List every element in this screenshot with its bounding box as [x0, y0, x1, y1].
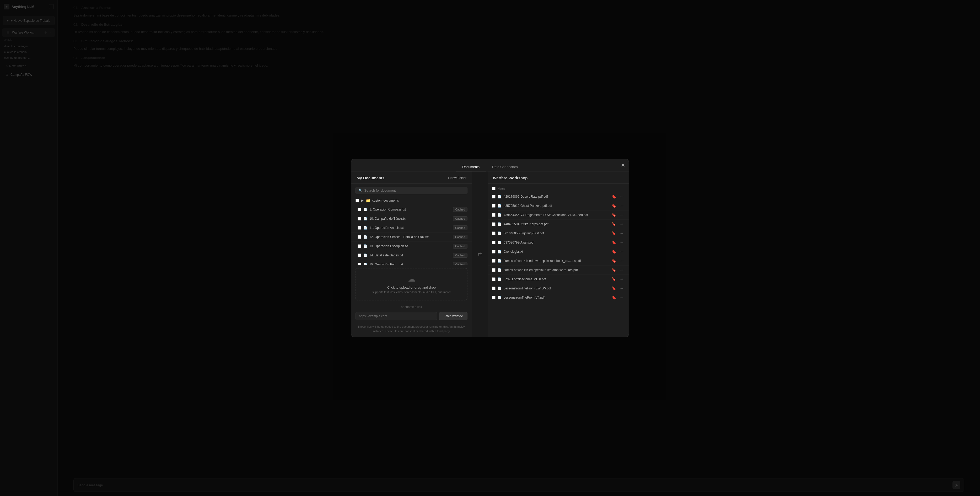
transfer-icon: ⇄ — [477, 251, 482, 258]
workshop-doc-name-11: LessonsfromTheFront-V4.pdf — [504, 296, 608, 299]
workshop-doc-name-10: LessonsfromTheFront-EW-LW.pdf — [504, 286, 608, 290]
folder-row[interactable]: ▶ 📁 custom-documents — [351, 196, 472, 205]
cached-badge-4: Cached — [453, 244, 468, 248]
modal-overlay: Documents Data Connectors My Documents +… — [0, 0, 980, 496]
workshop-doc-name-1: 435795010-Ghost-Panzers-pdf.pdf — [504, 204, 608, 208]
search-bar: 🔍 — [355, 187, 468, 194]
workshop-doc-name-5: 637086793-Avanti.pdf — [504, 241, 608, 244]
tab-documents[interactable]: Documents — [456, 163, 486, 172]
upload-subtitle: supports text files, csv's, spreadsheets… — [362, 291, 461, 294]
doc-checkbox-6[interactable] — [358, 263, 361, 265]
workshop-checkbox-11[interactable] — [492, 296, 495, 299]
new-folder-button[interactable]: + New Folder — [447, 176, 466, 180]
workshop-checkbox-4[interactable] — [492, 232, 495, 235]
workshop-checkbox-8[interactable] — [492, 268, 495, 272]
doc-remove-6[interactable]: ↩ — [619, 249, 625, 254]
workshop-doc-row[interactable]: 📄 flames-of-war-4th-ed-ew-amp-lw-rule-bo… — [488, 256, 629, 265]
tab-data-connectors[interactable]: Data Connectors — [486, 163, 524, 172]
doc-name-0: 1. Operacion Compass.txt — [369, 208, 451, 211]
doc-checkbox-5[interactable] — [358, 253, 361, 257]
doc-bookmark-3[interactable]: 🔖 — [611, 222, 617, 226]
doc-bookmark-11[interactable]: 🔖 — [611, 295, 617, 300]
workshop-file-icon-9: 📄 — [498, 277, 501, 281]
workshop-doc-row[interactable]: 📄 435795010-Ghost-Panzers-pdf.pdf 🔖 ↩ — [488, 201, 629, 210]
doc-remove-4[interactable]: ↩ — [619, 231, 625, 236]
doc-bookmark-5[interactable]: 🔖 — [611, 240, 617, 245]
cached-badge-5: Cached — [453, 253, 468, 258]
workshop-doc-name-8: flames-of-war-4th-ed-special-rules-amp-w… — [504, 268, 608, 272]
left-panel-header: My Documents + New Folder — [351, 172, 472, 183]
doc-remove-10[interactable]: ↩ — [619, 286, 625, 291]
workshop-doc-row[interactable]: 📄 501646050-Fighting-First.pdf 🔖 ↩ — [488, 229, 629, 238]
doc-remove-8[interactable]: ↩ — [619, 268, 625, 272]
workshop-checkbox-5[interactable] — [492, 241, 495, 244]
doc-checkbox-1[interactable] — [358, 217, 361, 221]
workshop-doc-row[interactable]: 📄 FoW_Fortificaciones_v1_0.pdf 🔖 ↩ — [488, 275, 629, 284]
doc-checkbox-4[interactable] — [358, 244, 361, 248]
transfer-area: ⇄ — [472, 172, 488, 337]
workshop-doc-row[interactable]: 📄 Cronologia.txt 🔖 ↩ — [488, 247, 629, 256]
doc-row: 📄 11. Operación Anubis.txt Cached — [351, 223, 472, 232]
doc-bookmark-10[interactable]: 🔖 — [611, 286, 617, 291]
workshop-checkbox-0[interactable] — [492, 195, 495, 199]
doc-bookmark-7[interactable]: 🔖 — [611, 259, 617, 263]
doc-remove-1[interactable]: ↩ — [619, 203, 625, 208]
doc-remove-0[interactable]: ↩ — [619, 194, 625, 199]
workshop-checkbox-6[interactable] — [492, 250, 495, 253]
doc-bookmark-2[interactable]: 🔖 — [611, 213, 617, 217]
workshop-doc-name-2: 439664456-V4-Reglamento-FOW-Castellano-V… — [504, 213, 608, 217]
cached-badge-3: Cached — [453, 235, 468, 239]
file-icon-1: 📄 — [363, 217, 367, 221]
workshop-checkbox-10[interactable] — [492, 286, 495, 290]
doc-checkbox-3[interactable] — [358, 235, 361, 239]
left-panel: My Documents + New Folder 🔍 ▶ — [351, 172, 472, 337]
workshop-doc-row[interactable]: 📄 439664456-V4-Reglamento-FOW-Castellano… — [488, 210, 629, 220]
workshop-doc-row[interactable]: 📄 420179862-Desert-Rats-pdf.pdf 🔖 ↩ — [488, 192, 629, 201]
doc-bookmark-1[interactable]: 🔖 — [611, 203, 617, 208]
workshop-doc-row[interactable]: 📄 637086793-Avanti.pdf 🔖 ↩ — [488, 238, 629, 247]
doc-remove-9[interactable]: ↩ — [619, 277, 625, 281]
file-icon-6: 📄 — [363, 263, 367, 265]
doc-row: 📄 12. Operación Sirocco - Batalla de Sfa… — [351, 232, 472, 242]
folder-checkbox[interactable] — [355, 199, 359, 202]
doc-bookmark-4[interactable]: 🔖 — [611, 231, 617, 236]
workshop-all-checkbox[interactable] — [492, 187, 495, 190]
doc-name-4: 13. Operación Escorpión.txt — [369, 244, 451, 248]
folder-name: custom-documents — [372, 199, 468, 202]
upload-zone[interactable]: ☁ Click to upload or drag and drop suppo… — [355, 268, 468, 300]
fetch-website-button[interactable]: Fetch website — [439, 312, 468, 320]
workshop-file-icon-6: 📄 — [498, 250, 501, 253]
workshop-checkbox-1[interactable] — [492, 204, 495, 208]
workshop-doc-row[interactable]: 📄 flames-of-war-4th-ed-special-rules-amp… — [488, 265, 629, 275]
workshop-file-icon-10: 📄 — [498, 286, 501, 290]
document-list: ▶ 📁 custom-documents 📄 1. Operacion Comp… — [351, 196, 472, 265]
doc-name-2: 11. Operación Anubis.txt — [369, 226, 451, 230]
doc-bookmark-8[interactable]: 🔖 — [611, 268, 617, 272]
doc-remove-11[interactable]: ↩ — [619, 295, 625, 300]
doc-bookmark-0[interactable]: 🔖 — [611, 194, 617, 199]
workshop-rows: 📄 420179862-Desert-Rats-pdf.pdf 🔖 ↩ 📄 43… — [488, 192, 629, 302]
workshop-doc-row[interactable]: 📄 448452594-Afrika-Korps-pdf.pdf 🔖 ↩ — [488, 220, 629, 229]
doc-bookmark-6[interactable]: 🔖 — [611, 249, 617, 254]
workshop-doc-row[interactable]: 📄 LessonsfromTheFront-V4.pdf 🔖 ↩ — [488, 293, 629, 302]
doc-checkbox-2[interactable] — [358, 226, 361, 230]
doc-remove-5[interactable]: ↩ — [619, 240, 625, 245]
workshop-doc-row[interactable]: 📄 LessonsfromTheFront-EW-LW.pdf 🔖 ↩ — [488, 284, 629, 293]
workshop-checkbox-2[interactable] — [492, 213, 495, 217]
doc-remove-2[interactable]: ↩ — [619, 213, 625, 217]
search-input[interactable] — [364, 189, 465, 192]
doc-checkbox-0[interactable] — [358, 208, 361, 211]
workshop-file-icon-3: 📄 — [498, 222, 501, 226]
workshop-doc-list: Name 📄 420179862-Desert-Rats-pdf.pdf 🔖 ↩… — [488, 183, 629, 337]
workshop-checkbox-9[interactable] — [492, 277, 495, 281]
doc-remove-3[interactable]: ↩ — [619, 222, 625, 226]
workshop-checkbox-7[interactable] — [492, 259, 495, 263]
doc-row: 📄 1. Operacion Compass.txt Cached — [351, 205, 472, 214]
workshop-checkbox-3[interactable] — [492, 222, 495, 226]
url-input[interactable] — [355, 312, 437, 320]
doc-bookmark-9[interactable]: 🔖 — [611, 277, 617, 281]
cached-badge-2: Cached — [453, 226, 468, 230]
folder-icon: 📁 — [366, 199, 370, 203]
doc-remove-7[interactable]: ↩ — [619, 259, 625, 263]
modal-close-button[interactable]: ✕ — [621, 162, 625, 168]
